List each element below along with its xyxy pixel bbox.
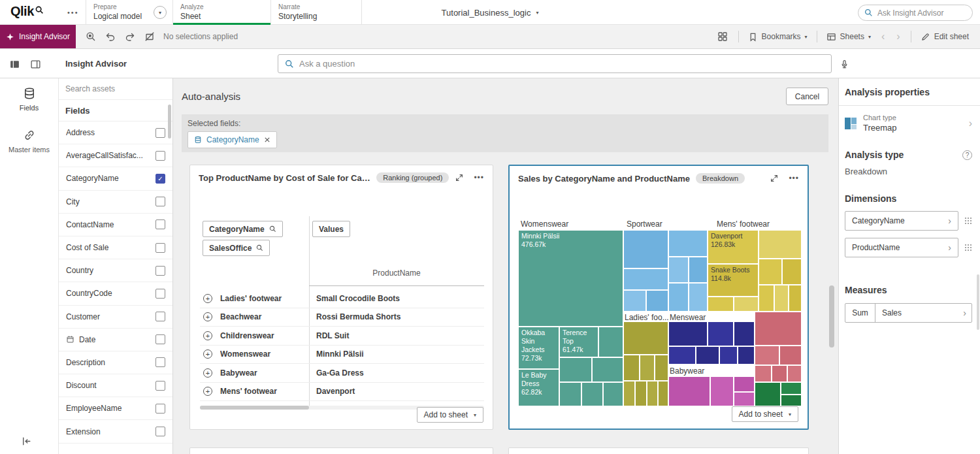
treemap-cell[interactable] xyxy=(759,285,774,312)
row-product[interactable]: Rossi Bermuda Shorts xyxy=(312,312,484,321)
field-row-customer[interactable]: Customer xyxy=(59,306,172,329)
field-row-country[interactable]: Country xyxy=(59,259,172,282)
treemap-cell[interactable] xyxy=(603,382,623,406)
logical-model-dropdown[interactable]: ▾ xyxy=(154,6,167,19)
drag-handle-icon[interactable] xyxy=(964,244,972,251)
field-checkbox[interactable] xyxy=(155,427,165,436)
treemap-chart-card[interactable]: Sales by CategoryName and ProductName Br… xyxy=(508,165,809,430)
treemap-cell[interactable] xyxy=(734,392,755,406)
next-chart-card-peek[interactable] xyxy=(189,447,493,454)
expand-row-icon[interactable]: + xyxy=(203,312,212,321)
treemap-cell[interactable] xyxy=(581,382,603,406)
treemap-cell[interactable] xyxy=(719,346,738,365)
treemap-cell[interactable] xyxy=(623,321,668,355)
sidebar-tab-master-items[interactable]: Master items xyxy=(0,120,58,162)
field-checkbox[interactable] xyxy=(155,404,165,413)
treemap-cell[interactable] xyxy=(696,346,719,365)
field-checkbox[interactable] xyxy=(155,381,165,391)
chart-more-menu-icon[interactable]: ••• xyxy=(789,174,799,183)
field-checkbox[interactable] xyxy=(155,197,165,206)
microphone-icon[interactable] xyxy=(836,56,852,72)
treemap-cell[interactable] xyxy=(646,290,668,312)
app-title[interactable]: Tutorial_Business_logic xyxy=(442,8,531,18)
drag-handle-icon[interactable] xyxy=(964,217,972,225)
dimension-productname[interactable]: ProductName› xyxy=(845,238,958,257)
treemap-cell[interactable] xyxy=(774,285,789,312)
treemap-cell[interactable] xyxy=(759,259,782,285)
treemap-cell[interactable] xyxy=(668,230,708,257)
row-category[interactable]: Beachwear xyxy=(220,312,312,321)
measure-sales[interactable]: Sum Sales › xyxy=(845,303,972,323)
selections-back-icon[interactable] xyxy=(101,25,120,48)
treemap-cell-minnki-p-lsii[interactable]: Minnki Pälsii476.67k xyxy=(518,230,623,327)
search-assets-box[interactable] xyxy=(59,78,172,100)
row-product[interactable]: Ga-Ga Dress xyxy=(312,368,484,378)
help-icon[interactable]: ? xyxy=(962,150,972,160)
treemap-cell[interactable] xyxy=(772,365,787,382)
field-row-cost-of-sale[interactable]: Cost of Sale xyxy=(59,236,172,259)
dimension-categoryname[interactable]: CategoryName› xyxy=(845,211,958,231)
search-assets-input[interactable] xyxy=(65,84,166,93)
smart-search-selections-icon[interactable] xyxy=(81,25,101,48)
expand-row-icon[interactable]: + xyxy=(203,331,212,340)
app-title-caret-icon[interactable]: ▾ xyxy=(536,10,538,16)
treemap-cell[interactable] xyxy=(738,346,755,365)
treemap-cell[interactable] xyxy=(658,381,668,406)
field-checkbox[interactable] xyxy=(155,174,165,184)
treemap-cell-snake-boots[interactable]: Snake Boots114.8k xyxy=(708,264,759,297)
treemap-cell[interactable] xyxy=(708,297,734,312)
next-chart-card-peek[interactable] xyxy=(508,447,809,454)
treemap-cell[interactable] xyxy=(623,230,668,268)
treemap-cell[interactable] xyxy=(592,357,623,382)
nav-narrate[interactable]: Narrate Storytelling xyxy=(270,0,362,25)
expand-chart-icon[interactable] xyxy=(770,174,779,183)
treemap-cell[interactable] xyxy=(668,257,689,283)
row-category[interactable]: Womenswear xyxy=(220,349,312,359)
nav-analyze[interactable]: Analyze Sheet xyxy=(172,0,270,25)
ask-insight-advisor-input[interactable] xyxy=(877,8,966,18)
bookmarks-button[interactable]: Bookmarks ▾ xyxy=(745,32,811,42)
add-to-sheet-button[interactable]: Add to sheet ▾ xyxy=(417,407,483,423)
field-checkbox[interactable] xyxy=(155,219,165,229)
selections-forward-icon[interactable] xyxy=(120,25,140,48)
expand-row-icon[interactable]: + xyxy=(203,368,212,378)
ask-insight-advisor-search[interactable] xyxy=(858,5,973,21)
treemap-cell[interactable] xyxy=(668,376,710,406)
field-row-employeename[interactable]: EmployeeName xyxy=(59,397,172,420)
treemap-cell-le-baby-dress[interactable]: Le Baby Dress62.82k xyxy=(518,369,559,406)
toggle-right-panel-icon[interactable] xyxy=(27,56,43,72)
field-row-extension[interactable]: Extension xyxy=(59,420,172,443)
treemap-cell[interactable] xyxy=(668,321,708,346)
field-row-contactname[interactable]: ContactName xyxy=(59,214,172,236)
row-product[interactable]: Small Crocodile Boots xyxy=(312,294,484,303)
treemap-cell[interactable] xyxy=(787,365,802,382)
field-checkbox[interactable] xyxy=(155,266,165,276)
categoryname-filter-button[interactable]: CategoryName xyxy=(203,221,283,237)
add-to-sheet-button[interactable]: Add to sheet ▾ xyxy=(732,406,798,422)
ask-a-question-input[interactable] xyxy=(299,59,825,69)
treemap-cell[interactable] xyxy=(689,283,708,312)
field-row-description[interactable]: Description xyxy=(59,351,172,374)
treemap-cell[interactable] xyxy=(755,312,802,346)
previous-sheet-arrow[interactable]: ‹ xyxy=(877,31,889,42)
remove-field-icon[interactable] xyxy=(264,137,270,143)
expand-chart-icon[interactable] xyxy=(455,173,464,182)
field-checkbox[interactable] xyxy=(155,334,165,344)
treemap-cell[interactable] xyxy=(755,382,781,406)
chart-type-row[interactable]: Chart type Treemap › xyxy=(845,114,972,133)
field-row-discount[interactable]: Discount xyxy=(59,374,172,397)
field-row-categoryname[interactable]: CategoryName xyxy=(59,167,172,190)
treemap-cell[interactable] xyxy=(598,327,623,357)
salesoffice-filter-button[interactable]: SalesOffice xyxy=(203,240,270,256)
ask-a-question-search[interactable] xyxy=(278,54,832,73)
field-checkbox[interactable] xyxy=(155,357,165,367)
treemap-cell[interactable] xyxy=(689,257,708,283)
productname-column-header[interactable]: ProductName xyxy=(309,268,484,278)
expand-row-icon[interactable]: + xyxy=(203,294,212,303)
more-menu-icon[interactable]: ••• xyxy=(67,8,79,16)
treemap-cell[interactable] xyxy=(734,376,755,392)
treemap-cell-davenport[interactable]: Davenport126.83k xyxy=(708,230,759,264)
field-checkbox[interactable] xyxy=(155,128,165,138)
field-row-averagecallsatisfac[interactable]: AverageCallSatisfac... xyxy=(59,144,172,167)
next-sheet-arrow[interactable]: › xyxy=(892,31,904,42)
